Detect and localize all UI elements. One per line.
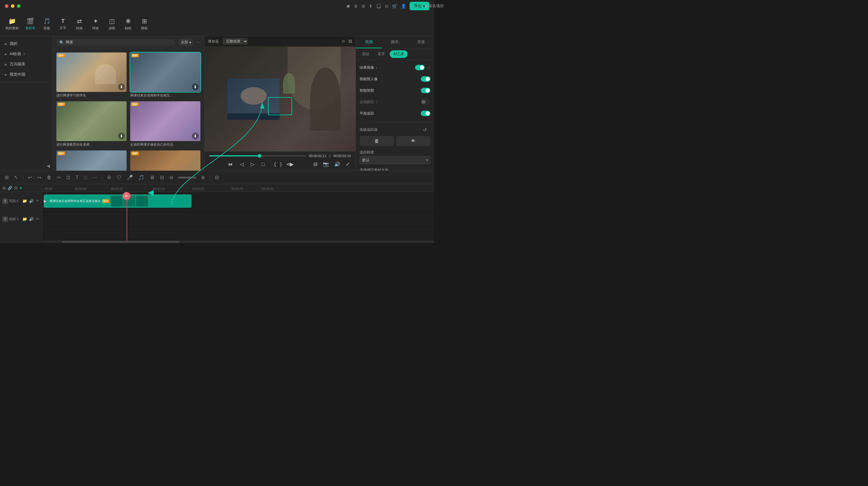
video-clip-4[interactable]: ▶ 网课结束后老师和学生相互说再见镜头 VIP: [44, 194, 191, 208]
more-tools-button[interactable]: ⋯: [90, 173, 99, 182]
progress-track[interactable]: [209, 155, 306, 156]
add-track-icon[interactable]: ✦: [19, 186, 23, 190]
monitor-icon[interactable]: 🖥: [354, 4, 358, 8]
download-icon[interactable]: ⬇: [369, 4, 373, 8]
headphone-icon[interactable]: 🎧: [376, 4, 381, 8]
close-button[interactable]: [5, 4, 8, 8]
layout-icon[interactable]: ⊟: [385, 4, 389, 8]
settings-tool-button[interactable]: ⚙: [105, 173, 113, 182]
camera-button[interactable]: 📷: [321, 160, 330, 168]
grid-icon[interactable]: ⊞: [362, 4, 365, 8]
sidebar-item-ai[interactable]: ▶ AI绘画 ℹ: [0, 49, 53, 59]
delete-button[interactable]: 🗑: [45, 174, 53, 182]
shop-icon[interactable]: 🛒: [392, 4, 397, 8]
download-icon[interactable]: ⬇: [192, 84, 198, 90]
minus-button[interactable]: ⊖: [167, 173, 175, 182]
quality-select[interactable]: 完整画质: [222, 38, 248, 44]
media-thumb-6[interactable]: VIP: [130, 150, 200, 171]
grid-tool-button[interactable]: ⊟: [213, 173, 221, 182]
download-icon[interactable]: ⬇: [192, 133, 198, 139]
text-tool-button[interactable]: T: [74, 174, 81, 182]
monitor-tool-button[interactable]: ⊟: [158, 173, 166, 182]
subtab-basic[interactable]: 基础: [358, 50, 373, 58]
smart-portrait-toggle[interactable]: [421, 76, 430, 82]
track-eye-icon[interactable]: 👁: [36, 217, 39, 221]
toolbar-effects[interactable]: ✦ 特效: [88, 16, 103, 32]
image-icon[interactable]: 🖼: [348, 39, 352, 43]
media-thumb-4[interactable]: VIP ⬇ 女孩听网课并修改自己的作品: [130, 101, 200, 147]
in-point-button[interactable]: {: [273, 160, 277, 168]
screen-button[interactable]: ⊟: [312, 160, 318, 168]
toolbar-sticker[interactable]: ❋ 贴纸: [120, 16, 136, 32]
toolbar-audio[interactable]: 🎵 音频: [39, 16, 55, 32]
snap-icon[interactable]: ⊞: [2, 186, 6, 190]
download-icon[interactable]: ⬇: [118, 133, 125, 139]
track-audio-icon[interactable]: 🔊: [29, 217, 34, 221]
toolbar-template[interactable]: ⊞ 模板: [136, 16, 152, 32]
magnet-icon[interactable]: ⊟: [14, 186, 18, 190]
precision-select[interactable]: 默认: [360, 156, 430, 164]
delete-tracker-button[interactable]: 🗑: [360, 136, 394, 146]
music-tool-button[interactable]: 🎵: [136, 173, 146, 182]
planar-tracking-toggle[interactable]: [421, 111, 430, 116]
split-button[interactable]: ⊡: [64, 173, 72, 182]
subtab-ai-tools[interactable]: AI工具: [390, 50, 407, 58]
tab-video[interactable]: 视频: [356, 36, 382, 48]
toolbar-transition[interactable]: ⇄ 转场: [71, 16, 87, 32]
cut-button[interactable]: ✂: [55, 173, 63, 182]
out-point-button[interactable]: }: [279, 160, 283, 168]
tab-color[interactable]: 颜色: [382, 36, 408, 48]
user-icon[interactable]: 👤: [401, 4, 406, 8]
track-folder-icon[interactable]: 📁: [22, 217, 27, 221]
view-tracker-button[interactable]: 👁: [396, 136, 431, 146]
settings-button[interactable]: ⤢: [344, 160, 351, 168]
select-tool-button[interactable]: ↖: [12, 173, 20, 182]
tab-speed[interactable]: 变速: [408, 36, 434, 48]
media-thumb-3[interactable]: VIP ⬇ 进行网课教育的女老师: [56, 101, 127, 147]
undo-button[interactable]: ↩: [26, 173, 34, 182]
toolbar-filter[interactable]: ◫ 滤镜: [104, 16, 120, 32]
record-icon[interactable]: ⏺: [346, 4, 350, 8]
sidebar-item-visual[interactable]: ▶ 视觉中国: [0, 69, 53, 80]
maximize-button[interactable]: [17, 4, 21, 8]
track-audio-icon[interactable]: 🔊: [29, 199, 34, 203]
filter-button[interactable]: 全部 ▾: [178, 39, 194, 46]
plus-button[interactable]: ⊕: [199, 173, 207, 182]
toolbar-my-assets[interactable]: 📁 我的素材: [2, 16, 22, 32]
smart-matting-toggle[interactable]: [421, 88, 430, 93]
search-input[interactable]: [66, 40, 173, 44]
green-screen-toggle[interactable]: [415, 65, 425, 70]
toolbar-text[interactable]: T 文字: [55, 16, 71, 32]
shield-button[interactable]: 🛡: [115, 174, 123, 182]
sidebar-item-miao[interactable]: ▶ 万兴喵库: [0, 59, 53, 69]
grid-view-icon[interactable]: ⊟: [342, 39, 345, 43]
subtab-mask[interactable]: 遮罩: [374, 50, 389, 58]
minimize-button[interactable]: [11, 4, 14, 8]
toolbar-library[interactable]: 🎬 素材库: [22, 16, 38, 32]
media-thumb-5[interactable]: VIP: [56, 150, 127, 171]
mic-button[interactable]: 🎤: [125, 173, 135, 182]
more-button[interactable]: ···: [196, 40, 200, 45]
tracker-reset-icon[interactable]: ↺: [423, 127, 427, 133]
layout-tool-button[interactable]: ⊞: [3, 173, 10, 182]
markers-button[interactable]: ⊲▶: [285, 160, 295, 168]
step-back-button[interactable]: ⏮: [227, 160, 234, 168]
screen-tool-button[interactable]: 🖥: [148, 174, 156, 182]
stop-button[interactable]: □: [260, 160, 266, 168]
track-folder-icon[interactable]: 📁: [22, 199, 27, 203]
motion-tracking-toggle[interactable]: [421, 99, 430, 104]
audio-button[interactable]: 🔊: [333, 160, 341, 168]
track-eye-icon[interactable]: 👁: [36, 199, 39, 203]
redo-button[interactable]: ↪: [36, 173, 43, 182]
media-thumb-1[interactable]: VIP ⬇ 进行网课学习的学生: [56, 53, 127, 98]
download-icon[interactable]: ⬇: [118, 84, 125, 90]
play-button[interactable]: ▷: [250, 160, 255, 168]
rect-tool-button[interactable]: □: [82, 174, 89, 182]
timeline-scrollbar[interactable]: [42, 241, 434, 243]
collapse-btn[interactable]: ◀: [0, 161, 53, 171]
frame-back-button[interactable]: ◁: [239, 160, 245, 168]
sidebar-item-my[interactable]: ▶ 我的: [0, 39, 53, 49]
link-icon[interactable]: 🔗: [7, 186, 12, 190]
zoom-slider[interactable]: [178, 177, 196, 179]
media-thumb-2[interactable]: VIP ⬇ 网课结束后老师和学生相互...: [130, 53, 200, 98]
